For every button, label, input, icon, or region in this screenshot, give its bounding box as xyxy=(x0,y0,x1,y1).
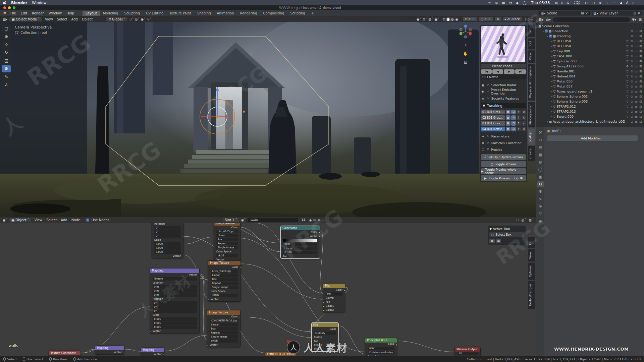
slot-dropdown[interactable]: Slot 1˅ xyxy=(223,218,239,222)
move-up-icon[interactable]: ↑ xyxy=(517,115,521,120)
wifi-icon[interactable]: ◠ xyxy=(612,1,615,5)
disable-render-icon[interactable]: ⊡ xyxy=(638,75,643,78)
workspace-tab-sculpting[interactable]: Sculpting xyxy=(121,11,143,16)
new-scene-icon[interactable]: ⊞ xyxy=(581,11,584,15)
disable-viewports-icon[interactable]: ▭ xyxy=(634,100,638,103)
section-proxies[interactable]: ⛶VProxies xyxy=(481,146,526,153)
node-imgtex-floor[interactable]: Image TextureColorCONCRETE-FLO2.jpgLinea… xyxy=(207,310,240,347)
workspace-tab--[interactable]: + xyxy=(308,11,317,16)
disable-viewports-icon[interactable]: ▭ xyxy=(634,55,638,58)
paint-icon[interactable]: ▦ xyxy=(506,121,511,126)
airplay-icon[interactable]: ▢ xyxy=(592,1,595,5)
shader-node-editor[interactable]: ◉˅ ▣Object˅ ViewSelectAddNode ✓Use Nodes… xyxy=(0,217,536,356)
disable-render-icon[interactable]: ⊡ xyxy=(638,29,643,33)
jump-first-button[interactable]: |◀ xyxy=(481,69,492,74)
workspace-tab-animation[interactable]: Animation xyxy=(214,11,237,16)
tweaking-row-01[interactable]: 01 B01 Gras...▦⊡↑× xyxy=(481,110,526,114)
hide-viewport-icon[interactable]: ⊙ xyxy=(630,80,634,83)
template-choose-button[interactable]: Please choos... xyxy=(481,64,526,68)
workspace-tab-scripting[interactable]: Scripting xyxy=(287,11,308,16)
disable-render-icon[interactable]: ⊡ xyxy=(638,80,643,83)
section-parameters[interactable]: ≔>Parameters xyxy=(481,133,526,139)
search-icon[interactable]: ⌕ xyxy=(632,1,634,5)
disable-render-icon[interactable]: ⊡ xyxy=(638,90,643,93)
filter-icon[interactable]: ▼▾ xyxy=(631,18,637,21)
node-side-tab-view[interactable]: View xyxy=(528,249,535,261)
rotate-tool[interactable]: ↻ xyxy=(2,49,11,56)
outliner-filter-mode-icon[interactable]: ◍▾ xyxy=(545,18,551,21)
outliner-row[interactable]: ▸ ✓▦Collection▽⊙▭⊡ xyxy=(536,28,644,34)
close-icon[interactable]: ✕ xyxy=(317,218,321,222)
node-mapping-top[interactable]: 4.4400.0000.000Rotation0°0°0°Scale7.0007… xyxy=(152,223,183,258)
disable-viewports-icon[interactable]: ▭ xyxy=(634,105,638,108)
use-nodes-checkbox[interactable]: ✓Use Nodes xyxy=(86,218,109,222)
side-tab-photographer[interactable]: Photographer xyxy=(528,102,535,127)
breadcrumb-object-name[interactable]: roof xyxy=(552,129,558,133)
remove-icon[interactable]: × xyxy=(522,110,526,114)
topbar-menu-file[interactable]: File xyxy=(8,11,18,16)
move-icon[interactable]: ⊹ xyxy=(606,1,608,5)
workspace-tab-layout[interactable]: Layout xyxy=(83,11,100,16)
select-box-tool[interactable]: ▢ xyxy=(2,25,11,32)
node-principled[interactable]: Principled BSDFBSDFGGXChristensen-Burley… xyxy=(365,338,397,356)
wireframe-shading-icon[interactable]: ⊘ xyxy=(442,17,446,21)
disable-render-icon[interactable]: ⊡ xyxy=(638,85,643,88)
zoom-icon[interactable]: ⌕ xyxy=(462,42,469,48)
zoom-window-button[interactable] xyxy=(13,6,15,9)
node-texcoord[interactable]: Texture CoordinateGenerated xyxy=(49,351,81,356)
camera-icon[interactable]: ⊡ xyxy=(511,121,516,126)
solid-shading-icon[interactable]: ● xyxy=(446,17,450,21)
constraints-tab[interactable]: ⊗ xyxy=(537,203,544,209)
move-up-icon[interactable]: ↑ xyxy=(517,121,521,126)
node-mapping-s1[interactable]: MappingVector xyxy=(95,346,124,355)
pin-icon[interactable]: ⊹ xyxy=(321,218,325,222)
node-canvas[interactable]: 4.4400.0000.000Rotation0°0°0°Scale7.0007… xyxy=(0,223,536,356)
remove-icon[interactable]: × xyxy=(522,127,526,131)
world-tab[interactable]: ◯ xyxy=(537,167,544,173)
gizmo-icon[interactable]: ⊕˅ xyxy=(422,17,428,21)
orientation-dropdown[interactable]: ⟲Global˅ xyxy=(106,17,127,21)
xray-icon[interactable]: ▣˅ xyxy=(434,17,440,21)
node-mix-2[interactable]: MixColorMultiplyClampFacColor1Color2 xyxy=(311,322,339,352)
outliner-row[interactable]: ▸ ▦Aset_antique_architecture_L_ud4mbgtfa… xyxy=(536,119,644,124)
side-tab-view[interactable]: View xyxy=(528,50,535,63)
asset-name-field[interactable]: B01 Nettle xyxy=(481,75,526,79)
workspace-tab-texture-paint[interactable]: Texture Paint xyxy=(166,11,194,16)
volume-icon[interactable]: ◀ xyxy=(620,1,622,5)
hide-viewport-icon[interactable]: ⊙ xyxy=(630,60,634,63)
tool-option-icon[interactable]: ▣ xyxy=(496,239,501,243)
close-window-button[interactable] xyxy=(3,6,6,9)
af-button-af-track[interactable]: ▸AF-Track xyxy=(503,17,522,21)
control-center-icon[interactable]: ☰ xyxy=(638,1,641,5)
outliner-row[interactable]: ▸ ▽STRAP2.013▽⊙▭⊡ xyxy=(536,109,644,114)
scene-tab[interactable]: ◍ xyxy=(537,159,544,165)
camera-view-icon[interactable]: ⊡ xyxy=(462,59,469,66)
disable-render-icon[interactable]: ⊡ xyxy=(638,60,643,63)
overlays-icon[interactable]: ◍˅ xyxy=(428,17,434,21)
node-side-tab-tool[interactable]: Tool xyxy=(528,237,535,248)
focus-distance[interactable]: 3.0m xyxy=(525,17,533,21)
outliner-row[interactable]: ▸ ▽CASE.000▽⊙▭⊡ xyxy=(536,54,644,59)
hide-viewport-icon[interactable]: ⊙ xyxy=(630,70,634,73)
shield-icon[interactable]: ◈ xyxy=(309,218,313,222)
editor-type-icon[interactable]: ▦▾ xyxy=(2,17,8,21)
modifiers-tab[interactable]: ⚙ xyxy=(537,181,544,187)
hide-viewport-icon[interactable]: ⊙ xyxy=(630,115,634,118)
section-security-features[interactable]: ◈>Security Features xyxy=(481,95,526,102)
disable-render-icon[interactable]: ⊡ xyxy=(638,40,643,43)
disable-viewports-icon[interactable]: ▭ xyxy=(634,115,638,118)
snap-magnet-icon[interactable]: ∪˅ xyxy=(129,17,134,21)
disable-render-icon[interactable]: ⊡ xyxy=(638,100,643,103)
paint-icon[interactable]: ▦ xyxy=(506,127,511,131)
material-sphere-icon[interactable]: ◉˅ xyxy=(240,218,247,222)
view-layer-tab[interactable]: ▦ xyxy=(537,152,544,158)
node-material-output[interactable]: Material OutputAllSurfaceVolume xyxy=(454,347,481,356)
mode-dropdown[interactable]: ▣Object Mode˅ xyxy=(9,17,41,21)
disable-viewports-icon[interactable]: ▭ xyxy=(634,45,638,48)
viewport-menu-object[interactable]: Object xyxy=(80,17,95,21)
asset-preview-image[interactable] xyxy=(481,26,525,62)
tweaking-section-header[interactable]: ▼Tweaking xyxy=(481,103,526,108)
tool-tab[interactable]: ⚒ xyxy=(537,130,544,136)
node-side-tab-node-wrangler[interactable]: Node Wrangler xyxy=(528,281,535,309)
outliner-row[interactable]: ▸ ▽Sphere_Sphere.003▽⊙▭⊡ xyxy=(536,99,644,104)
